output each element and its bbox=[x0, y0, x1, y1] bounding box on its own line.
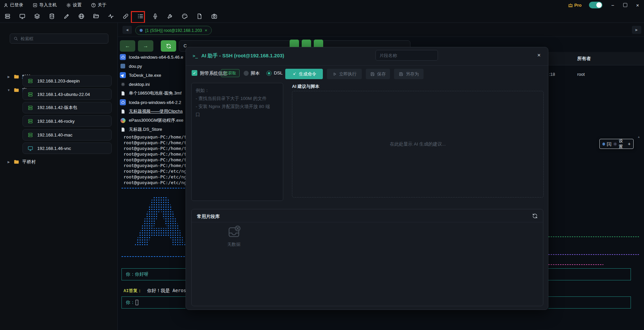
file-name: 单个18650电池座-圆角.3mf bbox=[129, 90, 182, 96]
terminal-cursor bbox=[136, 300, 138, 305]
generate-command-label: 生成命令 bbox=[299, 71, 316, 77]
sync-icon[interactable] bbox=[532, 213, 538, 219]
save-as-icon bbox=[399, 72, 403, 76]
snippet-library-divider bbox=[192, 222, 543, 222]
terminal-line: root@guoyaqun-PC:/etc/ngi bbox=[123, 174, 189, 179]
search-input[interactable] bbox=[20, 36, 98, 41]
wrench-icon[interactable] bbox=[162, 10, 177, 23]
file-row[interactable]: desktop.ini bbox=[120, 80, 186, 88]
pen-icon[interactable] bbox=[59, 10, 74, 23]
owner-column-header: 所有者 bbox=[577, 56, 591, 62]
host-item-mac[interactable]: 192.168.1.40-mac bbox=[22, 129, 112, 141]
modal-close-button[interactable]: × bbox=[535, 51, 543, 59]
server-icon bbox=[28, 78, 33, 84]
mic-icon[interactable] bbox=[148, 10, 162, 23]
host-item-vnc[interactable]: 192.168.1.46-vnc bbox=[22, 143, 112, 154]
attach-sysinfo-checkbox[interactable]: ✓ bbox=[192, 70, 197, 76]
maximize-button[interactable] bbox=[623, 3, 627, 7]
file-row[interactable]: lceda-pro-windows-x64-2.2 bbox=[120, 98, 186, 106]
snippet-name-input[interactable] bbox=[376, 50, 438, 61]
host-search-box[interactable] bbox=[10, 34, 108, 44]
hosts-icon[interactable] bbox=[0, 10, 15, 23]
help-icon bbox=[91, 3, 96, 8]
tab-bar: ◀ [1 (SSH)] root@192.168.1.203 × ▶ bbox=[118, 23, 644, 37]
nav-back-button[interactable]: ← bbox=[120, 40, 135, 52]
file-row[interactable]: ePass3000GM驱动程序.exe bbox=[120, 116, 186, 124]
host-label: 192.168.1.46-rocky bbox=[37, 119, 75, 124]
tab-close-icon[interactable]: × bbox=[205, 28, 207, 33]
script-radio[interactable] bbox=[244, 71, 249, 76]
database-icon[interactable] bbox=[44, 10, 59, 23]
pro-label: Pro bbox=[574, 3, 582, 8]
terminal-line: root@guoyaqun-PC:/home/te bbox=[123, 146, 189, 151]
terminal-line: root@guoyaqun-PC:/home/te bbox=[123, 134, 189, 140]
fetched-status-badge: 已获取 bbox=[221, 69, 240, 77]
tab-scroll-right-button[interactable]: ▶ bbox=[632, 26, 641, 34]
terminal-line: root@guoyaqun-PC:/home/te bbox=[123, 152, 189, 157]
menu-settings[interactable]: 设置 bbox=[66, 2, 82, 8]
generate-command-button[interactable]: 生成命令 bbox=[285, 69, 323, 79]
import-icon bbox=[33, 3, 38, 8]
lceda-app-icon bbox=[120, 99, 126, 105]
file-row[interactable]: ToDesk_Lite.exe bbox=[120, 71, 186, 79]
tab-scroll-left-button[interactable]: ◀ bbox=[122, 26, 132, 34]
session-settings-label: 设置 bbox=[619, 138, 626, 150]
run-now-button[interactable]: 立即执行 bbox=[327, 69, 362, 79]
menu-logged-in[interactable]: 已登录 bbox=[3, 2, 23, 8]
pro-badge[interactable]: Pro bbox=[568, 2, 582, 8]
host-label: 192.168.1.40-mac bbox=[37, 132, 72, 138]
save-label: 保存 bbox=[377, 71, 386, 77]
camera-icon[interactable] bbox=[207, 10, 221, 23]
menu-about[interactable]: 关于 bbox=[91, 2, 106, 8]
file-icon[interactable] bbox=[192, 10, 207, 23]
tab-ssh-session[interactable]: [1 (SSH)] root@192.168.1.203 × bbox=[135, 26, 212, 35]
save-as-button[interactable]: 另存为 bbox=[394, 69, 424, 79]
add-session-button[interactable]: + bbox=[628, 141, 631, 147]
palette-icon[interactable] bbox=[177, 10, 192, 23]
chat-input-box[interactable]: 你： bbox=[121, 296, 186, 309]
play-icon bbox=[332, 72, 337, 76]
sidebar-group-pingqiaocun[interactable]: ▶ 平桥村 bbox=[7, 159, 36, 165]
menu-import-hosts[interactable]: 导入主机 bbox=[33, 2, 57, 8]
close-button[interactable]: × bbox=[635, 2, 641, 8]
minimize-button[interactable]: − bbox=[610, 2, 616, 8]
globe-icon[interactable] bbox=[74, 10, 89, 23]
tab-label: [1 (SSH)] root@192.168.1.203 bbox=[145, 28, 202, 33]
terminal-purple-line bbox=[548, 254, 640, 255]
host-item-ubuntu[interactable]: 192.168.1.43-ubuntu-22.04 bbox=[22, 89, 112, 100]
host-item-rocky[interactable]: 192.168.1.46-rocky bbox=[22, 115, 112, 127]
scrollbar-up-arrow[interactable]: ▲ bbox=[637, 135, 640, 139]
layers-icon[interactable] bbox=[30, 10, 44, 23]
file-row[interactable]: 无标题视频——使用Clipcha bbox=[120, 107, 186, 115]
search-icon bbox=[13, 36, 18, 41]
monitor-icon bbox=[28, 146, 33, 151]
server-icon bbox=[28, 92, 33, 97]
suggestions-label: AI 建议与脚本 bbox=[292, 84, 319, 90]
group-label: 平桥村 bbox=[22, 159, 36, 165]
terminal-line: root@guoyaqun-PC:/home/te bbox=[123, 157, 189, 162]
chat-input-box-right bbox=[548, 296, 631, 309]
dsl-radio[interactable] bbox=[266, 71, 271, 76]
file-row[interactable]: 单个18650电池座-圆角.3mf bbox=[120, 89, 186, 97]
refresh-button[interactable] bbox=[161, 40, 176, 52]
host-item-deepin[interactable]: 192.168.1.203-deepin bbox=[22, 75, 112, 87]
main-toolbar bbox=[0, 10, 644, 23]
session-dot-icon bbox=[602, 143, 605, 146]
nav-forward-button[interactable]: → bbox=[138, 40, 153, 52]
file-row[interactable]: 无标题.DS_Store bbox=[120, 125, 186, 133]
modal-header: >_ AI 助手 - SSH (root@192.168.1.203) bbox=[193, 53, 284, 59]
folder-icon[interactable] bbox=[89, 10, 103, 23]
file-row[interactable]: dou.py bbox=[120, 62, 186, 70]
activity-icon[interactable] bbox=[103, 10, 118, 23]
save-button[interactable]: 保存 bbox=[366, 69, 390, 79]
document-file-icon bbox=[120, 126, 126, 132]
refresh-icon bbox=[166, 43, 171, 49]
ai-prompt-textarea[interactable]: 例如： - 查找当前目录下大于 100M 的文件 - 安装 Nginx 并配置防… bbox=[191, 83, 283, 201]
file-row[interactable]: lceda-windows-x64-6.5.46.e bbox=[120, 53, 186, 61]
monitor-icon[interactable] bbox=[15, 10, 30, 23]
pro-toggle[interactable] bbox=[589, 2, 602, 8]
host-item-banbenbao[interactable]: 192.168.1.42-版本包 bbox=[22, 102, 112, 113]
run-now-label: 立即执行 bbox=[339, 71, 357, 77]
host-label: 192.168.1.43-ubuntu-22.04 bbox=[37, 92, 90, 97]
session-settings-pill[interactable]: [1] 设置 + bbox=[599, 139, 634, 149]
